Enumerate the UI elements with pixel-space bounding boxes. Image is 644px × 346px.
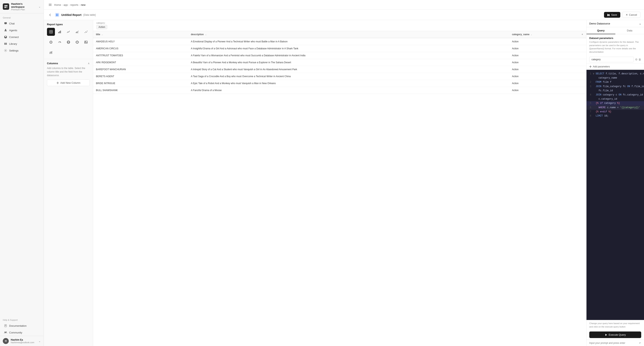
cell-category: Action (509, 38, 578, 45)
sidebar-item-agents[interactable]: Agents (1, 27, 42, 33)
chart-type-geo[interactable] (64, 38, 72, 46)
execute-query-button[interactable]: Execute Query (589, 332, 641, 338)
code-line-5: 5 {% if category %} (586, 101, 644, 105)
cell-category: Action (509, 59, 578, 66)
svg-marker-38 (76, 41, 78, 43)
svg-point-28 (86, 32, 86, 32)
sort-description-icon[interactable]: ⌄ (205, 33, 206, 35)
columns-collapse-icon[interactable]: ∧ (88, 62, 90, 65)
chart-type-radar[interactable] (73, 38, 81, 46)
user-chevron-icon[interactable]: ⌄ (38, 340, 41, 343)
workspace-info: Hashim's workspace Premium Plan (11, 2, 36, 11)
tab-data[interactable]: Data (615, 27, 644, 34)
chart-type-donut[interactable] (47, 38, 55, 46)
cell-title: ANTITRUST TOMATOES (93, 52, 188, 59)
table-body: AMADEUS HOLY A Emotional Display of a Pi… (93, 38, 586, 94)
svg-line-33 (60, 42, 60, 43)
query-note: Change your query here based on your req… (586, 320, 644, 330)
svg-point-8 (5, 50, 6, 51)
table-header-row: title ⌄ description ⌄ (93, 31, 586, 38)
prompt-send-icon[interactable]: ↵ (639, 342, 641, 345)
report-title[interactable]: Untitled Report (61, 13, 82, 16)
data-table-container: category: Action title ⌄ (93, 20, 586, 346)
col-header-description[interactable]: description ⌄ (188, 31, 509, 38)
param-input[interactable] (589, 57, 634, 62)
breadcrumb-reports[interactable]: reports (70, 3, 78, 6)
report-type-badge: [Data table] (84, 13, 96, 16)
filter-value[interactable]: Action (96, 25, 107, 29)
datasource-selector[interactable]: Demo Datasource ⌄ (586, 20, 644, 27)
table-row: BRIDE INTRIGUE A Epic Tale of a Robot An… (93, 80, 586, 87)
svg-rect-12 (49, 4, 52, 5)
chart-types-grid (44, 28, 93, 38)
svg-rect-23 (58, 32, 59, 33)
svg-marker-44 (606, 334, 607, 336)
workspace-logo (3, 3, 9, 10)
chart-type-line[interactable] (64, 28, 72, 36)
cell-empty (578, 52, 586, 59)
svg-rect-15 (57, 14, 58, 15)
avatar: H (3, 338, 9, 344)
svg-rect-24 (59, 31, 60, 33)
code-line-4: 4 JOIN category c ON fc.category_id = (586, 93, 644, 97)
param-settings-icon[interactable]: ⚙ (635, 58, 638, 61)
workspace-chevron-icon[interactable]: ⌄ (38, 5, 41, 8)
add-column-button[interactable]: Add New Column (47, 79, 90, 86)
cell-empty (578, 45, 586, 52)
data-table-wrapper[interactable]: title ⌄ description ⌄ (93, 31, 586, 346)
chart-type-gauge[interactable] (56, 38, 64, 46)
svg-point-30 (87, 31, 88, 31)
param-icons: ⚙ 🗑 (635, 58, 641, 61)
col-header-title[interactable]: title ⌄ (93, 31, 188, 38)
chart-type-table[interactable] (47, 28, 55, 36)
sidebar-item-community[interactable]: Community (1, 329, 42, 336)
breadcrumb-home[interactable]: Home (54, 3, 61, 6)
svg-marker-37 (76, 41, 78, 43)
param-delete-icon[interactable]: 🗑 (638, 58, 641, 61)
svg-point-27 (85, 32, 86, 33)
sidebar-item-chat[interactable]: Chat (1, 20, 42, 27)
add-params-button[interactable]: Add parameters (586, 64, 644, 70)
prompt-input[interactable] (589, 342, 638, 345)
breadcrumb-new: new (81, 3, 86, 6)
sidebar-item-connect[interactable]: Connect (1, 34, 42, 40)
chart-type-combined[interactable] (47, 48, 55, 56)
back-button[interactable] (47, 12, 53, 18)
sidebar-item-settings[interactable]: Settings (1, 47, 42, 54)
report-types-title: Report types (44, 20, 93, 28)
sort-category-icon[interactable]: ⌄ (530, 33, 532, 35)
library-icon (4, 42, 7, 45)
col-header-category[interactable]: category_name ⌄ (509, 31, 578, 38)
cell-title: BULL SHAWSHANK (93, 87, 188, 94)
save-button[interactable]: Save (604, 12, 620, 18)
chart-type-scatter[interactable] (82, 28, 90, 36)
user-profile[interactable]: H Hashim Ea hashimea@outlook.com ⌄ (0, 336, 44, 346)
chart-type-image[interactable] (82, 38, 90, 46)
code-editor[interactable]: 1 ∨ SELECT f.title, f.description, c.nam… (586, 70, 644, 320)
sidebar-toggle-button[interactable] (47, 2, 53, 7)
filter-bar: category: Action (93, 20, 586, 31)
cancel-button[interactable]: ✕ Cancel (622, 12, 640, 18)
sidebar-item-connect-label: Connect (9, 35, 19, 38)
svg-rect-13 (49, 5, 52, 6)
prompt-bar: ↵ (586, 340, 644, 346)
tab-bar: Query Data (586, 27, 644, 34)
breadcrumb-app[interactable]: app (64, 3, 68, 6)
code-line-6: 6 WHERE c.name = '{{category}}' (586, 106, 644, 110)
sidebar-item-documentation[interactable]: Documentation (1, 323, 42, 329)
right-panel: Demo Datasource ⌄ Query Data Dataset par… (586, 20, 644, 346)
cell-title: ARK RIDGEMONT (93, 59, 188, 66)
workspace-header[interactable]: Hashim's workspace Premium Plan ⌄ (0, 0, 44, 13)
cell-title: BERETS AGENT (93, 73, 188, 80)
chart-type-bar[interactable] (56, 28, 64, 36)
tab-query[interactable]: Query (586, 27, 615, 34)
svg-rect-11 (49, 4, 52, 4)
sort-title-icon[interactable]: ⌄ (101, 33, 103, 35)
cancel-x-icon: ✕ (626, 13, 628, 16)
add-column-header-button[interactable]: + (578, 31, 586, 38)
query-panel: Dataset parameters Configure dynamic par… (586, 34, 644, 346)
chart-type-area[interactable] (73, 28, 81, 36)
svg-point-32 (50, 41, 52, 43)
dataset-params-desc: Configure dynamic parameters for the dat… (586, 40, 644, 55)
sidebar-item-library[interactable]: Library (1, 40, 42, 47)
